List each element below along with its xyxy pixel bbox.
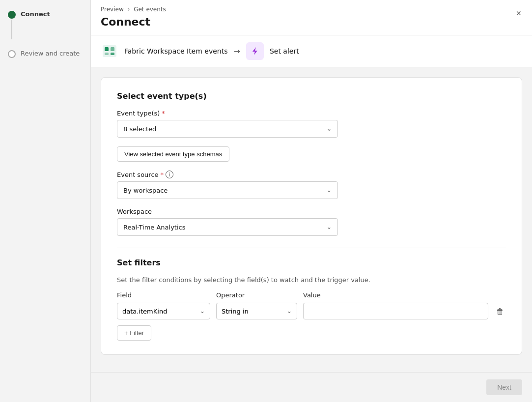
step-line: [11, 20, 12, 39]
step-indicator-review: [8, 50, 16, 58]
filter-field-value: data.itemKind: [122, 308, 167, 315]
lightning-icon: [250, 46, 260, 56]
filter-operator-value: String in: [222, 308, 249, 315]
breadcrumb-separator: ›: [128, 6, 130, 13]
chevron-down-icon-field: ⌄: [200, 308, 205, 315]
content-area: Select event type(s) Event type(s) * 8 s…: [91, 67, 532, 372]
alert-label: Set alert: [270, 47, 299, 55]
step-circle-review: [8, 50, 16, 58]
filter-row-header: Field Operator Value: [117, 291, 506, 299]
event-source-required-star: *: [161, 171, 164, 178]
event-types-value: 8 selected: [123, 125, 156, 133]
page-title: Connect: [101, 16, 522, 35]
filters-title: Set filters: [117, 258, 506, 267]
filter-field-dropdown[interactable]: data.itemKind ⌄: [117, 303, 210, 319]
alert-icon-wrapper: [246, 42, 264, 60]
add-filter-button[interactable]: + Filter: [117, 325, 151, 341]
sidebar: Connect Review and create: [0, 0, 91, 402]
workspace-dropdown[interactable]: Real-Time Analytics ⌄: [117, 218, 338, 236]
event-types-dropdown[interactable]: 8 selected ⌄: [117, 120, 338, 138]
form-card: Select event type(s) Event type(s) * 8 s…: [101, 77, 522, 355]
required-star: *: [162, 110, 165, 117]
filter-row: data.itemKind ⌄ String in ⌄ 🗑: [117, 303, 506, 319]
chevron-down-icon: ⌄: [327, 125, 332, 132]
svg-rect-3: [105, 53, 109, 55]
workspace-group: Workspace Real-Time Analytics ⌄: [117, 208, 506, 236]
event-source-label: Event source * i: [117, 171, 506, 178]
event-types-label: Event type(s) *: [117, 110, 506, 117]
source-bar: Fabric Workspace Item events → Set alert: [91, 35, 532, 67]
info-icon[interactable]: i: [166, 171, 173, 178]
breadcrumb-get-events: Get events: [134, 6, 166, 13]
filters-description: Set the filter conditions by selecting t…: [117, 276, 506, 284]
svg-rect-0: [103, 45, 116, 57]
main-panel: Preview › Get events Connect × Fabric Wo…: [91, 0, 532, 402]
svg-marker-5: [252, 47, 257, 55]
sidebar-label-review: Review and create: [21, 49, 80, 58]
sidebar-label-connect: Connect: [21, 10, 50, 19]
breadcrumb: Preview › Get events: [101, 6, 522, 13]
event-source-group: Event source * i By workspace ⌄: [117, 171, 506, 199]
sidebar-item-connect[interactable]: Connect: [0, 5, 90, 44]
next-button[interactable]: Next: [486, 379, 522, 395]
fabric-workspace-icon: [101, 42, 118, 60]
view-schemas-button[interactable]: View selected event type schemas: [117, 146, 229, 162]
source-name: Fabric Workspace Item events: [124, 47, 228, 55]
operator-col-header: Operator: [216, 291, 297, 299]
filter-operator-dropdown[interactable]: String in ⌄: [216, 303, 297, 319]
svg-rect-1: [105, 47, 109, 51]
event-source-dropdown[interactable]: By workspace ⌄: [117, 181, 338, 199]
section-title: Select event type(s): [117, 91, 506, 101]
chevron-down-icon-operator: ⌄: [287, 308, 292, 315]
event-types-group: Event type(s) * 8 selected ⌄: [117, 110, 506, 138]
step-circle-connect: [8, 11, 16, 19]
chevron-down-icon-source: ⌄: [327, 187, 332, 194]
value-col-header: Value: [303, 291, 506, 299]
workspace-value: Real-Time Analytics: [123, 224, 186, 231]
arrow-icon: →: [234, 47, 240, 56]
delete-filter-icon[interactable]: 🗑: [494, 305, 506, 318]
event-source-value: By workspace: [123, 187, 168, 194]
footer: Next: [91, 372, 532, 402]
filters-section: Set filters Set the filter conditions by…: [117, 248, 506, 341]
sidebar-item-review[interactable]: Review and create: [0, 44, 90, 63]
breadcrumb-preview: Preview: [101, 6, 124, 13]
filter-value-input[interactable]: [303, 303, 488, 319]
svg-rect-2: [111, 47, 114, 51]
step-indicator-connect: [8, 11, 16, 39]
close-button[interactable]: ×: [514, 7, 523, 20]
svg-rect-4: [111, 53, 114, 55]
field-col-header: Field: [117, 291, 210, 299]
workspace-label: Workspace: [117, 208, 506, 215]
chevron-down-icon-workspace: ⌄: [327, 224, 332, 230]
header: Preview › Get events Connect ×: [91, 0, 532, 35]
